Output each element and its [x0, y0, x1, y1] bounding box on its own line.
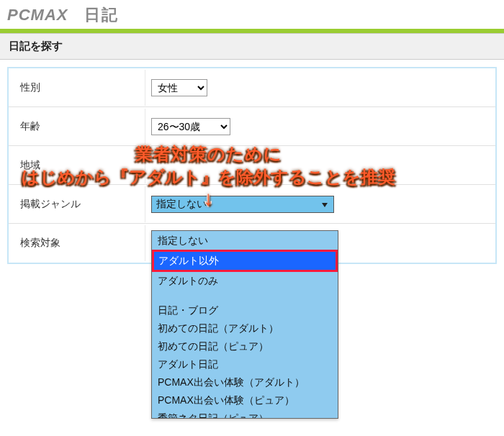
- app-header: PCMAX 日記: [0, 0, 504, 29]
- genre-option[interactable]: 日記・ブログ: [152, 301, 338, 319]
- header-subtitle: 日記: [84, 6, 119, 24]
- logo-text: PCMAX: [7, 6, 68, 24]
- genre-option[interactable]: アダルトのみ: [152, 272, 338, 290]
- dropdown-separator: [152, 290, 338, 301]
- genre-selected-text: 指定しない: [156, 198, 207, 211]
- genre-option[interactable]: PCMAX出会い体験（アダルト）: [152, 373, 338, 391]
- row-gender: 性別 女性: [9, 68, 495, 107]
- genre-option[interactable]: アダルト以外: [152, 250, 338, 272]
- row-age: 年齢 26〜30歳: [9, 107, 495, 146]
- genre-option[interactable]: PCMAX出会い体験（ピュア）: [152, 391, 338, 409]
- label-gender: 性別: [9, 70, 145, 106]
- genre-option[interactable]: 指定しない: [152, 232, 338, 250]
- label-age: 年齢: [9, 109, 145, 145]
- gender-select[interactable]: 女性: [151, 79, 207, 96]
- label-genre: 掲載ジャンル: [9, 186, 145, 222]
- label-target: 検索対象: [9, 225, 145, 261]
- genre-option[interactable]: 初めての日記（アダルト）: [152, 319, 338, 337]
- genre-dropdown-panel[interactable]: 指定しないアダルト以外アダルトのみ日記・ブログ初めての日記（アダルト）初めての日…: [151, 230, 338, 419]
- genre-option[interactable]: 季節ネタ日記（ピュア）: [152, 409, 338, 418]
- genre-dropdown-list[interactable]: 指定しないアダルト以外アダルトのみ日記・ブログ初めての日記（アダルト）初めての日…: [152, 231, 338, 418]
- genre-select[interactable]: 指定しない: [151, 196, 334, 213]
- label-region: 地域: [9, 147, 145, 183]
- genre-option[interactable]: アダルト日記: [152, 355, 338, 373]
- section-title: 日記を探す: [0, 34, 504, 59]
- age-select[interactable]: 26〜30歳: [151, 118, 230, 135]
- row-genre: 掲載ジャンル 指定しない: [9, 185, 495, 224]
- genre-option[interactable]: 初めての日記（ピュア）: [152, 337, 338, 355]
- section-title-bar: 日記を探す: [0, 33, 504, 60]
- row-region: 地域: [9, 146, 495, 185]
